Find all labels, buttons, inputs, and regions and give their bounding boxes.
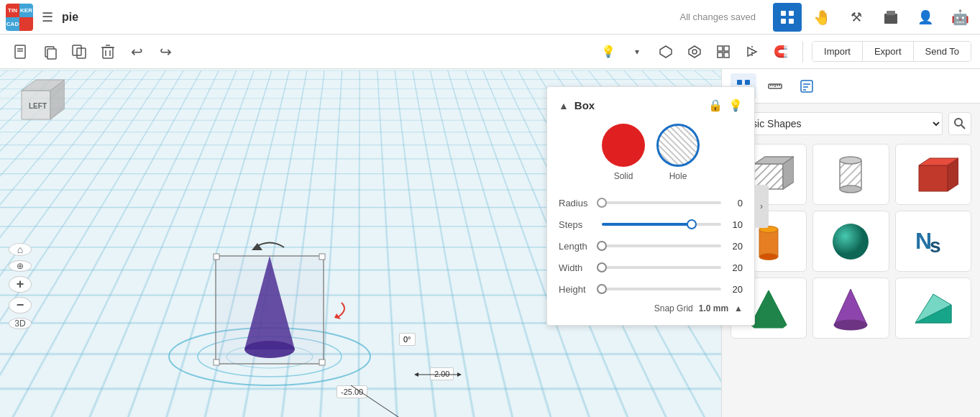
type-selector: Solid Hole xyxy=(559,124,743,181)
width-slider[interactable] xyxy=(602,260,721,275)
light-dropdown-btn[interactable]: ▾ xyxy=(624,39,650,65)
svg-rect-34 xyxy=(214,254,219,260)
logo-empty xyxy=(19,17,33,31)
cylinder-diagonal-svg xyxy=(825,150,876,200)
solid-btn[interactable]: Solid xyxy=(602,124,645,181)
view-cube[interactable]: LEFT xyxy=(7,76,65,134)
duplicate-button[interactable] xyxy=(66,39,92,65)
svg-rect-22 xyxy=(724,46,729,51)
shapes-category-select[interactable]: Basic Shapes xyxy=(731,112,943,135)
snap-grid-value: 1.0 mm xyxy=(699,303,728,313)
zoom-in-btn[interactable]: + xyxy=(9,276,32,293)
shape-tool-1[interactable] xyxy=(653,39,679,65)
saved-status: All changes saved xyxy=(679,12,756,22)
import-button[interactable]: Import xyxy=(812,42,863,61)
svg-rect-47 xyxy=(745,80,750,85)
svg-rect-4 xyxy=(884,14,897,24)
shape-tool-2[interactable] xyxy=(682,39,707,65)
hole-label: Hole xyxy=(669,171,687,181)
snap-grid-label: Snap Grid xyxy=(654,303,693,313)
svg-text:s: s xyxy=(930,234,941,257)
nav-hand-btn[interactable]: 🤚 xyxy=(807,3,836,32)
svg-rect-24 xyxy=(724,52,729,58)
notes-tab-btn[interactable] xyxy=(794,73,820,99)
logo-ker: KER xyxy=(19,4,33,17)
radius-label: Radius xyxy=(559,198,602,208)
panel-light-btn[interactable]: 💡 xyxy=(728,98,743,112)
focus-btn[interactable]: ⊕ xyxy=(9,260,32,272)
panel-collapse-btn[interactable]: ▲ xyxy=(559,100,569,111)
width-value: 20 xyxy=(721,262,743,273)
nav-grid-btn[interactable] xyxy=(773,3,802,32)
red-box-item[interactable] xyxy=(895,144,971,205)
duplicate-icon xyxy=(71,44,87,60)
flip-btn[interactable] xyxy=(739,39,765,65)
radius-value: 0 xyxy=(721,198,743,208)
purple-cone-svg xyxy=(825,283,876,334)
flip-icon xyxy=(745,45,759,59)
length-slider[interactable] xyxy=(602,239,721,253)
teal-wedge-item[interactable] xyxy=(895,278,971,339)
cube-svg: LEFT xyxy=(7,76,65,134)
height-value: 20 xyxy=(721,284,743,295)
3d-view-btn[interactable]: 3D xyxy=(9,318,32,329)
radius-slider[interactable] xyxy=(602,196,721,210)
box-panel: ▲ Box 🔒 💡 Solid Hole Radius xyxy=(546,86,755,326)
radius-row: Radius 0 xyxy=(559,196,743,210)
svg-rect-2 xyxy=(781,19,786,24)
cylinder-hole-item[interactable] xyxy=(812,144,889,205)
redo-button[interactable]: ↪ xyxy=(152,39,178,65)
teal-sphere-item[interactable] xyxy=(812,211,889,272)
align-btn[interactable] xyxy=(710,39,736,65)
nav-user-btn[interactable]: 👤 xyxy=(911,3,940,32)
magnet-btn[interactable]: 🧲 xyxy=(768,39,794,65)
steps-label: Steps xyxy=(559,219,602,230)
snap-grid: Snap Grid 1.0 mm ▲ xyxy=(559,303,743,313)
hole-btn[interactable]: Hole xyxy=(656,124,700,181)
text-shape-item[interactable]: N s xyxy=(895,211,971,272)
grid-icon xyxy=(780,10,794,24)
svg-rect-46 xyxy=(737,80,742,85)
delete-button[interactable] xyxy=(95,39,121,65)
purple-cone-item[interactable] xyxy=(812,278,889,339)
height-label: Height xyxy=(559,284,602,295)
zoom-out-btn[interactable]: − xyxy=(9,297,32,313)
shapes-panel: Basic Shapes xyxy=(722,104,980,417)
shapes-search-btn[interactable] xyxy=(948,112,971,135)
new-button[interactable] xyxy=(9,39,35,65)
home-btn[interactable]: ⌂ xyxy=(9,243,32,256)
svg-point-20 xyxy=(692,50,697,54)
sendto-button[interactable]: Send To xyxy=(914,42,971,61)
steps-value: 10 xyxy=(721,219,743,230)
teal-wedge-svg xyxy=(908,283,958,334)
ruler-tab-btn[interactable] xyxy=(762,73,788,99)
svg-rect-67 xyxy=(840,160,861,189)
right-sidebar: Basic Shapes xyxy=(721,69,980,417)
svg-rect-0 xyxy=(781,11,786,16)
panel-lock-btn[interactable]: 🔒 xyxy=(708,98,723,112)
snap-grid-arrow[interactable]: ▲ xyxy=(734,303,743,313)
solid-circle xyxy=(602,124,645,167)
svg-point-69 xyxy=(840,185,861,193)
svg-point-75 xyxy=(759,253,778,260)
height-slider[interactable] xyxy=(602,282,721,296)
project-name[interactable]: pie xyxy=(62,11,78,24)
nav-build-btn[interactable]: ⚒ xyxy=(842,3,871,32)
svg-rect-13 xyxy=(103,47,113,58)
panel-expand-btn[interactable]: › xyxy=(754,185,769,228)
export-button[interactable]: Export xyxy=(863,42,914,61)
import-export-bar: Import Export Send To xyxy=(812,41,971,62)
logo[interactable]: TIN KER CAD xyxy=(6,4,33,31)
menu-icon[interactable]: ☰ xyxy=(42,9,53,25)
svg-marker-70 xyxy=(919,165,948,191)
steps-row: Steps 10 xyxy=(559,217,743,232)
light-btn[interactable]: 💡 xyxy=(595,39,621,65)
nav-box-btn[interactable] xyxy=(876,3,905,32)
nav-robot-btn[interactable]: 🤖 xyxy=(945,3,974,32)
align-icon xyxy=(716,45,731,59)
undo-button[interactable]: ↩ xyxy=(124,39,150,65)
length-row: Length 20 xyxy=(559,239,743,253)
steps-slider[interactable] xyxy=(602,217,721,232)
svg-marker-19 xyxy=(689,46,700,58)
copy-paste-button[interactable] xyxy=(37,39,63,65)
